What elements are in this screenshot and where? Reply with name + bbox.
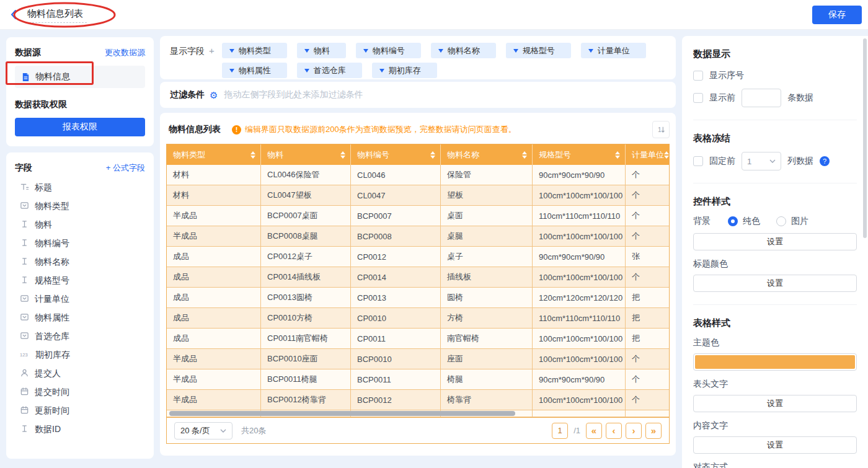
report-permission-button[interactable]: 报表权限	[15, 118, 145, 136]
field-item[interactable]: 物料编号	[15, 234, 145, 253]
field-item[interactable]: 物料属性	[15, 309, 145, 327]
sort-arrows-icon[interactable]	[250, 151, 255, 159]
table-row[interactable]: 成品CP0010方椅CP0010方椅110cm*110cm*110/110把	[167, 308, 669, 329]
field-item[interactable]: 计量单位	[15, 290, 145, 309]
column-header-label: 物料编号	[357, 149, 389, 161]
table-row[interactable]: 半成品BCP0012椅靠背BCP0012椅靠背100cm*100cm*100/1…	[167, 390, 669, 410]
table-cell: 成品	[167, 288, 261, 308]
title-color-set-button[interactable]: 设置	[693, 275, 857, 292]
theme-color-label: 主题色	[693, 337, 857, 348]
background-option-unselected[interactable]: 图片	[776, 216, 808, 227]
change-datasource-link[interactable]: 更改数据源	[105, 47, 145, 58]
prev-page-button[interactable]: ‹	[606, 423, 622, 439]
current-page-input[interactable]: 1	[552, 423, 568, 439]
sort-asc-icon	[664, 151, 669, 154]
next-page-button[interactable]: ›	[626, 423, 642, 439]
column-header[interactable]: 物料名称	[441, 144, 533, 165]
display-field-chip[interactable]: 物料类型	[222, 43, 287, 58]
gear-icon[interactable]: ⚙	[210, 91, 218, 100]
radio-selected-icon[interactable]	[728, 216, 738, 226]
field-item[interactable]: 物料	[15, 216, 145, 234]
sort-arrows-icon[interactable]	[664, 151, 669, 159]
field-item[interactable]: 物料名称	[15, 253, 145, 272]
first-page-button[interactable]: «	[586, 423, 602, 439]
fields-panel: 字段 + 公式字段 标题物料类型物料物料编号物料名称规格型号计量单位物料属性首选…	[6, 152, 154, 459]
display-field-chip[interactable]: 计量单位	[581, 43, 646, 58]
sort-order-button[interactable]: 1	[652, 121, 670, 138]
table-row[interactable]: 半成品BCP0011椅腿BCP0011椅腿90cm*90cm*90/90个	[167, 369, 669, 390]
field-item[interactable]: 数据ID	[15, 420, 145, 439]
background-set-button[interactable]: 设置	[693, 233, 857, 250]
column-header[interactable]: 物料编号	[351, 144, 441, 165]
radio-unselected-icon[interactable]	[776, 216, 786, 226]
horizontal-scrollbar[interactable]	[169, 411, 515, 416]
display-field-chip[interactable]: 物料编号	[356, 43, 421, 58]
sort-arrows-icon[interactable]	[522, 151, 527, 159]
table-cell: BCP0011椅腿	[261, 369, 351, 390]
text-field-icon	[20, 238, 29, 249]
sort-arrows-icon[interactable]	[430, 151, 435, 159]
table-row[interactable]: 半成品BCP0007桌面BCP0007桌面110cm*110cm*110/110…	[167, 206, 669, 226]
help-icon[interactable]: ?	[820, 156, 830, 166]
show-first-count-input[interactable]	[742, 89, 781, 107]
last-page-button[interactable]: »	[645, 423, 662, 439]
table-row[interactable]: 材料CL0046保险管CL0046保险管90cm*90cm*90/90个	[167, 165, 669, 185]
column-header[interactable]: 计量单位	[626, 144, 669, 165]
field-item[interactable]: 规格型号	[15, 272, 145, 290]
content-text-set-button[interactable]: 设置	[693, 436, 857, 454]
display-field-chip[interactable]: 物料	[297, 43, 346, 58]
freeze-checkbox[interactable]	[693, 156, 703, 166]
table-row[interactable]: 成品CP0012桌子CP0012桌子90cm*90cm*90/90张	[167, 247, 669, 267]
page-title[interactable]: 物料信息列表	[26, 8, 87, 23]
display-field-chip[interactable]: 期初库存	[372, 63, 437, 78]
page-size-value: 20 条/页	[180, 425, 210, 436]
back-button[interactable]	[10, 9, 17, 22]
theme-color-picker[interactable]	[693, 353, 857, 371]
sort-arrows-icon[interactable]	[615, 151, 620, 159]
sort-arrows-icon[interactable]	[340, 151, 345, 159]
vertical-scrollbar[interactable]	[863, 38, 867, 238]
table-cell: CP0012桌子	[261, 247, 351, 267]
column-header[interactable]: 物料	[261, 144, 351, 165]
display-field-chip[interactable]: 物料名称	[431, 43, 496, 58]
column-header[interactable]: 规格型号	[533, 144, 626, 165]
display-field-chip[interactable]: 物料属性	[222, 63, 287, 78]
header-text-set-button[interactable]: 设置	[693, 395, 857, 412]
chip-label: 物料类型	[239, 45, 271, 56]
table-cell: CP0013圆椅	[261, 288, 351, 308]
display-field-chip[interactable]: 首选仓库	[297, 63, 362, 78]
save-button[interactable]: 保存	[812, 6, 862, 24]
display-field-chip[interactable]: 规格型号	[506, 43, 571, 58]
chip-label: 计量单位	[598, 45, 630, 56]
field-item[interactable]: 物料类型	[15, 197, 145, 216]
table-row[interactable]: 半成品BCP0008桌腿BCP0008桌腿100cm*100cm*100/100…	[167, 226, 669, 247]
table-cell: CP0010方椅	[261, 308, 351, 329]
table-cell: BCP0011	[351, 369, 441, 390]
sort-desc-icon	[664, 156, 669, 159]
table-cell: 方椅	[441, 308, 533, 329]
table-cell: CL0046	[351, 165, 441, 185]
background-option-selected[interactable]: 纯色	[728, 216, 760, 227]
field-item[interactable]: 123期初库存	[15, 346, 145, 364]
table-row[interactable]: 成品CP0014插线板CP0014插线板100cm*100cm*100/100个	[167, 267, 669, 288]
freeze-count-select[interactable]: 1	[742, 152, 781, 170]
add-formula-field-link[interactable]: + 公式字段	[106, 162, 145, 174]
freeze-suffix: 列数据	[787, 156, 813, 167]
show-index-checkbox[interactable]	[693, 71, 703, 81]
table-row[interactable]: 成品CP0013圆椅CP0013圆椅120cm*120cm*120/120把	[167, 288, 669, 308]
table-row[interactable]: 半成品BCP0010座面BCP0010座面100cm*100cm*100/100…	[167, 349, 669, 369]
field-item[interactable]: 更新时间	[15, 402, 145, 420]
field-item[interactable]: 首选仓库	[15, 327, 145, 346]
show-first-checkbox[interactable]	[693, 93, 703, 103]
field-item[interactable]: 提交时间	[15, 383, 145, 402]
field-item[interactable]: 提交人	[15, 364, 145, 383]
add-display-field-button[interactable]: +	[209, 45, 215, 56]
datasource-item[interactable]: 物料信息	[15, 66, 145, 88]
table-row[interactable]: 成品CP0011南官帽椅CP0011南官帽椅100cm*100cm*100/10…	[167, 329, 669, 349]
divider	[693, 304, 857, 305]
table-cell: 张	[626, 247, 669, 267]
column-header[interactable]: 物料类型	[167, 144, 261, 165]
table-row[interactable]: 材料CL0047望板CL0047望板100cm*100cm*100/100个	[167, 185, 669, 206]
field-item[interactable]: 标题	[15, 179, 145, 197]
page-size-select[interactable]: 20 条/页	[174, 422, 232, 439]
